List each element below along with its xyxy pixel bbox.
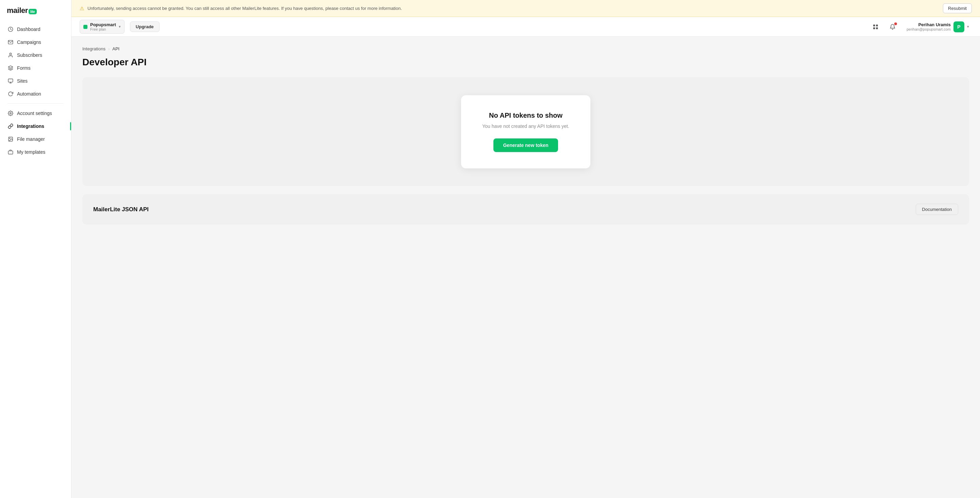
chevron-down-icon: ▾ bbox=[119, 24, 121, 29]
link-icon bbox=[8, 123, 14, 129]
user-chevron-icon: ▾ bbox=[967, 24, 969, 29]
svg-rect-10 bbox=[873, 24, 875, 26]
user-name: Perihan Uramis bbox=[907, 22, 951, 27]
documentation-button[interactable]: Documentation bbox=[916, 204, 958, 215]
api-tokens-empty-card: No API tokens to show You have not creat… bbox=[461, 95, 590, 169]
svg-rect-9 bbox=[8, 151, 13, 154]
empty-state-subtitle: You have not created any API tokens yet. bbox=[480, 124, 571, 129]
sidebar-item-label: File manager bbox=[17, 137, 45, 142]
api-tokens-section: No API tokens to show You have not creat… bbox=[82, 77, 969, 186]
sidebar-item-dashboard[interactable]: Dashboard bbox=[3, 23, 68, 35]
json-api-title: MailerLite JSON API bbox=[93, 206, 149, 213]
logo: mailerlite bbox=[0, 6, 71, 23]
sidebar-item-campaigns[interactable]: Campaigns bbox=[3, 36, 68, 48]
json-api-section: MailerLite JSON API Documentation bbox=[82, 194, 969, 224]
warning-icon: ⚠ bbox=[80, 5, 84, 11]
sidebar-item-forms[interactable]: Forms bbox=[3, 62, 68, 74]
sidebar-nav: Dashboard Campaigns Subscribers Forms bbox=[0, 23, 71, 492]
sidebar-item-label: Subscribers bbox=[17, 53, 42, 58]
user-icon bbox=[8, 52, 14, 58]
sidebar-item-sites[interactable]: Sites bbox=[3, 75, 68, 87]
gear-icon bbox=[8, 110, 14, 116]
svg-rect-3 bbox=[8, 79, 13, 82]
workspace-dot bbox=[83, 25, 88, 29]
sidebar-item-label: Sites bbox=[17, 78, 27, 84]
upgrade-button[interactable]: Upgrade bbox=[130, 21, 159, 32]
breadcrumb-integrations[interactable]: Integrations bbox=[82, 46, 105, 51]
user-details: Perihan Uramis perihan@popupsmart.com bbox=[907, 22, 951, 31]
user-menu[interactable]: Perihan Uramis perihan@popupsmart.com P … bbox=[904, 20, 972, 34]
svg-point-8 bbox=[10, 138, 10, 139]
browser-icon bbox=[8, 78, 14, 84]
notification-dot bbox=[894, 22, 897, 25]
workspace-plan: Free plan bbox=[90, 27, 116, 31]
notifications-icon-button[interactable] bbox=[887, 21, 898, 33]
sidebar: mailerlite Dashboard Campaigns Subscribe… bbox=[0, 0, 72, 498]
mail-icon bbox=[8, 39, 14, 45]
resubmit-button[interactable]: Resubmit bbox=[943, 3, 972, 13]
logo-text: mailerlite bbox=[7, 6, 37, 15]
sidebar-item-label: Integrations bbox=[17, 124, 44, 129]
header-icons: Perihan Uramis perihan@popupsmart.com P … bbox=[870, 20, 972, 34]
logo-badge: lite bbox=[29, 9, 37, 14]
svg-point-1 bbox=[10, 53, 11, 55]
clock-icon bbox=[8, 26, 14, 32]
alert-banner: ⚠ Unfortunately, sending access cannot b… bbox=[72, 0, 980, 17]
banner-text: Unfortunately, sending access cannot be … bbox=[88, 6, 940, 11]
svg-rect-12 bbox=[873, 27, 875, 29]
briefcase-icon bbox=[8, 149, 14, 155]
apps-icon-button[interactable] bbox=[870, 21, 881, 33]
sidebar-item-label: Forms bbox=[17, 65, 30, 71]
sidebar-item-integrations[interactable]: Integrations bbox=[3, 120, 68, 132]
user-email: perihan@popupsmart.com bbox=[907, 27, 951, 31]
sidebar-item-label: Account settings bbox=[17, 111, 52, 116]
sidebar-item-label: My templates bbox=[17, 150, 45, 155]
generate-token-button[interactable]: Generate new token bbox=[493, 138, 558, 152]
workspace-name: Popupsmart bbox=[90, 22, 116, 27]
page-title: Developer API bbox=[82, 57, 969, 68]
breadcrumb: Integrations › API bbox=[82, 46, 969, 51]
svg-marker-2 bbox=[8, 66, 13, 68]
page-content: Integrations › API Developer API No API … bbox=[72, 37, 980, 498]
top-header: Popupsmart Free plan ▾ Upgrade Perihan U… bbox=[72, 17, 980, 37]
sidebar-item-automation[interactable]: Automation bbox=[3, 88, 68, 100]
svg-point-6 bbox=[10, 113, 11, 114]
sidebar-item-my-templates[interactable]: My templates bbox=[3, 146, 68, 158]
svg-rect-11 bbox=[876, 24, 878, 26]
breadcrumb-current: API bbox=[112, 46, 119, 51]
sidebar-item-label: Campaigns bbox=[17, 40, 41, 45]
sidebar-item-file-manager[interactable]: File manager bbox=[3, 133, 68, 145]
svg-rect-13 bbox=[876, 27, 878, 29]
breadcrumb-separator: › bbox=[108, 46, 110, 51]
sidebar-item-label: Automation bbox=[17, 91, 41, 97]
sidebar-item-subscribers[interactable]: Subscribers bbox=[3, 49, 68, 61]
avatar: P bbox=[953, 21, 964, 32]
workspace-selector[interactable]: Popupsmart Free plan ▾ bbox=[80, 20, 124, 34]
sidebar-item-account-settings[interactable]: Account settings bbox=[3, 107, 68, 119]
empty-state-title: No API tokens to show bbox=[480, 111, 571, 119]
layers-icon bbox=[8, 65, 14, 71]
refresh-icon bbox=[8, 91, 14, 97]
main-content: ⚠ Unfortunately, sending access cannot b… bbox=[72, 0, 980, 498]
image-icon bbox=[8, 136, 14, 142]
workspace-info: Popupsmart Free plan bbox=[90, 22, 116, 31]
sidebar-item-label: Dashboard bbox=[17, 27, 40, 32]
sidebar-divider bbox=[8, 103, 64, 104]
